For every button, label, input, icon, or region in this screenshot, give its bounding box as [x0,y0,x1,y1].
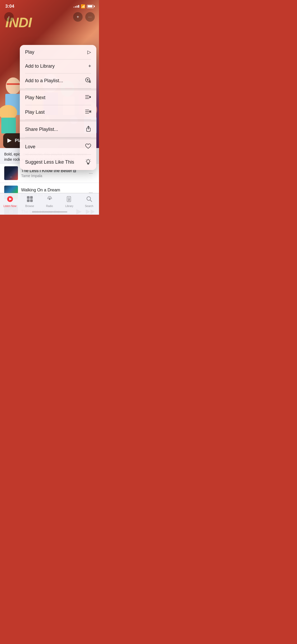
love-icon [85,144,91,150]
menu-item-play-last[interactable]: Play Last [20,105,96,119]
menu-item-add-playlist[interactable]: Add to a Playlist... [20,73,96,88]
menu-item-play-label: Play [25,49,34,55]
menu-item-add-playlist-label: Add to a Playlist... [25,78,63,84]
context-menu-overlay[interactable]: Play ▷ Add to Library + Add to a Playlis… [0,0,99,215]
svg-line-42 [90,159,90,160]
menu-item-share-label: Share Playlist... [25,127,58,132]
svg-line-40 [86,159,86,160]
menu-item-play-next-label: Play Next [25,95,45,100]
svg-marker-29 [89,96,91,98]
menu-item-play-last-label: Play Last [25,109,45,115]
suggest-less-icon [85,159,91,166]
menu-item-love[interactable]: Love [20,137,96,154]
play-menu-icon: ▷ [87,49,91,55]
play-last-icon [85,109,91,115]
menu-item-add-library[interactable]: Add to Library + [20,59,96,73]
add-library-icon: + [88,63,91,69]
menu-item-share[interactable]: Share Playlist... [20,119,96,137]
menu-item-suggest-less[interactable]: Suggest Less Like This [20,154,96,170]
context-menu: Play ▷ Add to Library + Add to a Playlis… [20,45,96,170]
play-next-icon [85,95,91,101]
menu-item-play[interactable]: Play ▷ [20,45,96,59]
menu-item-love-label: Love [25,144,35,150]
menu-item-suggest-less-label: Suggest Less Like This [25,159,74,165]
menu-item-add-library-label: Add to Library [25,63,55,69]
menu-item-play-next[interactable]: Play Next [20,88,96,105]
share-icon [86,126,91,133]
add-playlist-icon [85,77,91,84]
